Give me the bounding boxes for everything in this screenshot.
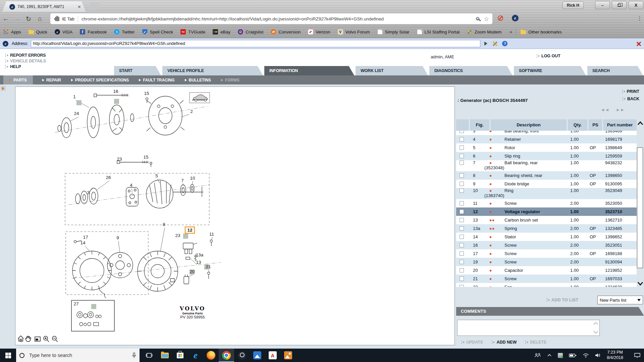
diagram-hotspot[interactable]: [76, 100, 82, 105]
url-text[interactable]: chrome-extension://hehijbfgiekmjfkfjpbkb…: [82, 16, 473, 21]
diagram-part-label[interactable]: 1: [73, 94, 76, 99]
parts-list-select[interactable]: New Parts list: [597, 296, 643, 304]
add-to-list-button[interactable]: ADD TO LIST: [547, 298, 578, 302]
diagram-part-label[interactable]: 23: [117, 157, 122, 162]
image-viewer-icon[interactable]: [280, 349, 296, 362]
comments-scroll-down-icon[interactable]: [593, 330, 598, 334]
diagram-hotspot[interactable]: [114, 99, 119, 104]
other-bookmarks[interactable]: Other bookmarks: [521, 29, 562, 35]
zoom-out-icon[interactable]: [476, 17, 479, 20]
scroll-up-button[interactable]: [637, 121, 643, 125]
row-checkbox[interactable]: [460, 201, 464, 205]
row-checkbox[interactable]: [460, 285, 464, 287]
go-arrow-icon[interactable]: [484, 42, 487, 46]
subtab-bulletins[interactable]: BULLETINS: [184, 75, 212, 84]
diagram-part-label[interactable]: 26: [106, 175, 111, 180]
diagram-part-label[interactable]: 24: [74, 111, 79, 116]
row-checkbox[interactable]: [460, 243, 464, 247]
print-button[interactable]: PRINT: [622, 89, 640, 94]
parts-row[interactable]: 12Voltage regulator1.003523710: [456, 207, 637, 216]
file-explorer-icon[interactable]: [157, 349, 172, 362]
bookmarks-overflow-chevron[interactable]: »: [509, 29, 512, 35]
help-icon[interactable]: ?: [502, 41, 507, 46]
parts-row[interactable]: 14Stator1.00OP1398652: [456, 233, 637, 241]
task-view-button[interactable]: [142, 349, 157, 362]
search-input[interactable]: [29, 352, 132, 358]
tab-software[interactable]: SOFTWARE: [514, 66, 586, 75]
bookmark-item[interactable]: ⇄Conversion: [271, 29, 301, 35]
browser-tab[interactable]: e 740, 1991, B230FT, AW71 ✕: [2, 1, 86, 12]
address-bar[interactable]: IE Tab chrome-extension://hehijbfgiekmjf…: [50, 13, 492, 24]
profile-button[interactable]: Rick H: [562, 1, 584, 9]
row-checkbox[interactable]: [460, 188, 464, 193]
obs-icon[interactable]: [234, 349, 250, 362]
tray-app-icon[interactable]: [558, 353, 563, 358]
edge-icon[interactable]: e: [188, 349, 203, 362]
diagram-part-label[interactable]: 13a: [196, 252, 204, 257]
chrome-icon[interactable]: [219, 349, 234, 362]
parts-row[interactable]: 17Screw2.00OP1698188: [456, 249, 637, 258]
photos-icon[interactable]: [250, 349, 265, 362]
bookmark-item[interactable]: fFacebook: [80, 29, 107, 35]
browser-menu-icon[interactable]: ⋮: [637, 15, 642, 22]
delete-button[interactable]: DELETE: [525, 340, 546, 345]
row-checkbox[interactable]: [460, 218, 464, 222]
diagram-part-label[interactable]: 27: [73, 301, 78, 306]
bookmark-item[interactable]: tTwitter: [114, 29, 135, 35]
restore-button[interactable]: [612, 1, 627, 9]
quick-link-vehicle-details[interactable]: VEHICLE DETAILS: [5, 59, 46, 63]
tab-close-icon[interactable]: ✕: [77, 4, 81, 9]
parts-row[interactable]: 9Diode bridge1.00OP9130095: [456, 180, 637, 188]
forward-button[interactable]: →: [11, 15, 23, 22]
microphone-icon[interactable]: [132, 352, 136, 359]
close-button[interactable]: X: [629, 1, 643, 9]
diagram-part-label[interactable]: 23: [175, 233, 180, 238]
diagram-part-label[interactable]: 13: [196, 260, 201, 265]
taskbar-clock[interactable]: 7:23 PM 8/4/2018: [607, 350, 623, 360]
row-checkbox[interactable]: [460, 145, 464, 150]
comments-textarea[interactable]: [457, 320, 600, 336]
row-checkbox[interactable]: [460, 226, 464, 231]
diagram-part-label[interactable]: 12: [187, 228, 192, 233]
back-button-vida[interactable]: BACK: [623, 97, 639, 101]
reload-button[interactable]: ↻: [23, 15, 34, 23]
pager-next-icon[interactable]: ►►: [616, 107, 625, 112]
parts-row[interactable]: 6Slip ring1.001259559: [456, 152, 637, 160]
diagram-part-label[interactable]: 20: [190, 269, 195, 274]
row-checkbox[interactable]: [460, 251, 464, 256]
parts-row[interactable]: 7Ball bearing, rear1.009438232(3523048): [456, 160, 637, 171]
bookmark-item[interactable]: Simply Solar: [377, 29, 410, 35]
bookmark-item[interactable]: LSI Staffing Portal: [417, 29, 460, 35]
bookmark-item[interactable]: ☮Craigslist: [238, 29, 263, 35]
row-checkbox[interactable]: [460, 277, 464, 281]
diagram-hotspot[interactable]: [91, 304, 96, 309]
subtab-forms[interactable]: FORMS: [220, 75, 240, 84]
tab-diagnostics[interactable]: DIAGNOSTICS: [429, 66, 513, 75]
tab-vehicle-profile[interactable]: VEHICLE PROFILE: [162, 66, 263, 75]
bookmark-item[interactable]: eBay: [213, 29, 230, 35]
start-button[interactable]: [0, 349, 16, 362]
parts-row[interactable]: 21Screw1.00OP1697033: [456, 275, 637, 283]
row-checkbox[interactable]: [460, 131, 464, 133]
tools-icon[interactable]: [492, 41, 498, 47]
row-checkbox[interactable]: [460, 173, 464, 178]
action-center-icon[interactable]: [634, 353, 641, 358]
tab-information[interactable]: INFORMATION: [264, 66, 354, 75]
firefox-icon[interactable]: [203, 349, 219, 362]
diagram-part-label[interactable]: 17: [83, 235, 88, 240]
diagram-part-label[interactable]: 5: [155, 173, 158, 178]
parts-row[interactable]: 10Ring1.003523049(1363740): [456, 188, 637, 199]
parts-row[interactable]: 19Screw2.009130094: [456, 258, 637, 266]
bookmark-item[interactable]: Apps: [3, 29, 21, 35]
parts-row[interactable]: 8Bearing shield, rear1.00OP1398650: [456, 171, 637, 180]
row-checkbox[interactable]: [460, 268, 464, 273]
parts-row[interactable]: 22Fan1.001324620: [456, 283, 637, 287]
exploded-parts-diagram[interactable]: 1241615223152634571081714912231113a13202…: [15, 87, 454, 334]
bookmark-item[interactable]: ✔Verizon: [308, 29, 330, 35]
update-button[interactable]: UPDATE: [462, 340, 483, 345]
ietab-url-input[interactable]: [31, 40, 480, 47]
parts-row[interactable]: 3Ball bearing, front1.001363469: [456, 131, 637, 135]
row-checkbox[interactable]: [460, 260, 464, 264]
diagram-part-label[interactable]: 7: [181, 178, 184, 183]
pan-hand-icon[interactable]: [26, 336, 31, 342]
